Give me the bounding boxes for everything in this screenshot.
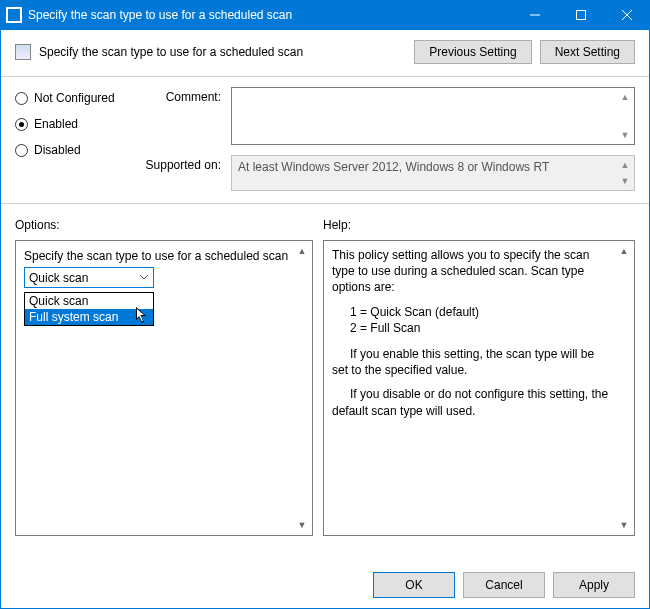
comment-textarea[interactable]: ▲ ▼ bbox=[231, 87, 635, 145]
scroll-down-icon[interactable]: ▼ bbox=[617, 127, 633, 143]
radio-icon bbox=[15, 144, 28, 157]
help-paragraph: If you enable this setting, the scan typ… bbox=[332, 347, 594, 377]
chevron-down-icon bbox=[135, 268, 153, 287]
previous-setting-button[interactable]: Previous Setting bbox=[414, 40, 531, 64]
policy-icon bbox=[15, 44, 31, 60]
window-title: Specify the scan type to use for a sched… bbox=[28, 8, 292, 22]
options-panel: Specify the scan type to use for a sched… bbox=[15, 240, 313, 536]
close-icon bbox=[622, 10, 632, 20]
help-paragraph: This policy setting allows you to specif… bbox=[332, 248, 589, 294]
radio-icon bbox=[15, 118, 28, 131]
close-button[interactable] bbox=[604, 0, 650, 30]
help-list-item: 1 = Quick Scan (default) bbox=[332, 304, 612, 320]
options-label: Options: bbox=[15, 218, 323, 232]
ok-button[interactable]: OK bbox=[373, 572, 455, 598]
scroll-up-icon[interactable]: ▲ bbox=[616, 243, 632, 259]
apply-button[interactable]: Apply bbox=[553, 572, 635, 598]
radio-disabled[interactable]: Disabled bbox=[15, 143, 125, 157]
help-panel: This policy setting allows you to specif… bbox=[323, 240, 635, 536]
dropdown-item-full-system-scan[interactable]: Full system scan bbox=[25, 309, 153, 325]
app-icon bbox=[6, 7, 22, 23]
minimize-button[interactable] bbox=[512, 0, 558, 30]
supported-on-box: At least Windows Server 2012, Windows 8 … bbox=[231, 155, 635, 191]
help-paragraph: If you disable or do not configure this … bbox=[332, 387, 608, 417]
titlebar: Specify the scan type to use for a sched… bbox=[0, 0, 650, 30]
radio-not-configured[interactable]: Not Configured bbox=[15, 91, 125, 105]
next-setting-button[interactable]: Next Setting bbox=[540, 40, 635, 64]
options-setting-label: Specify the scan type to use for a sched… bbox=[24, 249, 304, 263]
scroll-up-icon[interactable]: ▲ bbox=[617, 157, 633, 173]
scroll-down-icon[interactable]: ▼ bbox=[616, 517, 632, 533]
state-radio-group: Not Configured Enabled Disabled bbox=[15, 87, 125, 191]
comment-label: Comment: bbox=[141, 87, 221, 104]
minimize-icon bbox=[530, 10, 540, 20]
scroll-down-icon[interactable]: ▼ bbox=[294, 517, 310, 533]
cancel-button[interactable]: Cancel bbox=[463, 572, 545, 598]
maximize-button[interactable] bbox=[558, 0, 604, 30]
svg-rect-1 bbox=[577, 11, 586, 20]
help-label: Help: bbox=[323, 218, 635, 232]
dropdown-item-quick-scan[interactable]: Quick scan bbox=[25, 293, 153, 309]
scan-type-dropdown: Quick scan Full system scan bbox=[24, 292, 154, 326]
scroll-down-icon[interactable]: ▼ bbox=[617, 173, 633, 189]
radio-icon bbox=[15, 92, 28, 105]
radio-label: Enabled bbox=[34, 117, 78, 131]
radio-label: Not Configured bbox=[34, 91, 115, 105]
scroll-up-icon[interactable]: ▲ bbox=[294, 243, 310, 259]
radio-label: Disabled bbox=[34, 143, 81, 157]
maximize-icon bbox=[576, 10, 586, 20]
scan-type-combobox[interactable]: Quick scan bbox=[24, 267, 154, 288]
radio-enabled[interactable]: Enabled bbox=[15, 117, 125, 131]
supported-on-label: Supported on: bbox=[141, 155, 221, 172]
supported-on-value: At least Windows Server 2012, Windows 8 … bbox=[238, 160, 549, 174]
help-list-item: 2 = Full Scan bbox=[332, 320, 612, 336]
header-text: Specify the scan type to use for a sched… bbox=[39, 45, 303, 59]
scroll-up-icon[interactable]: ▲ bbox=[617, 89, 633, 105]
header-row: Specify the scan type to use for a sched… bbox=[1, 30, 649, 72]
combobox-selected-value: Quick scan bbox=[29, 271, 88, 285]
